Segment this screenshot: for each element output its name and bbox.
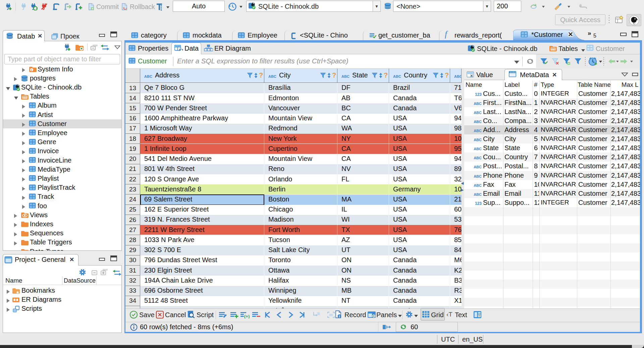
svg-text:(+): (+)	[244, 314, 250, 318]
svg-text:i: i	[339, 314, 340, 318]
svg-text:i: i	[31, 68, 32, 72]
